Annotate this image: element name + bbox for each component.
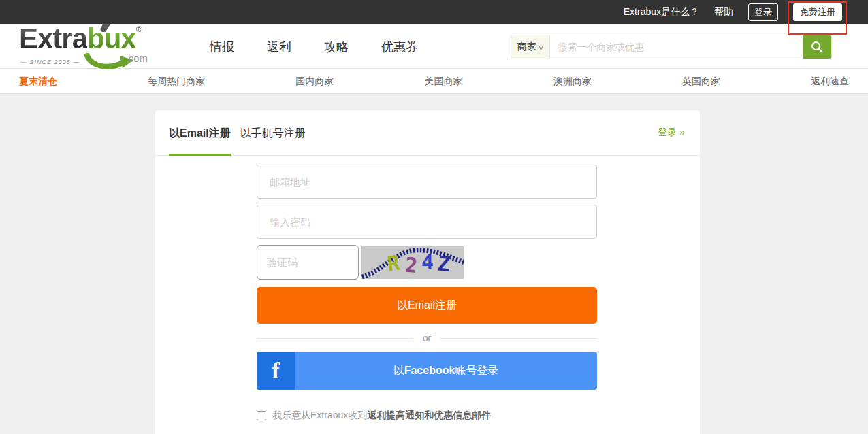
search-button[interactable] [803,35,831,59]
subnav-item-rebate-check[interactable]: 返利速查 [811,76,849,88]
subnav-item-us[interactable]: 美国商家 [424,76,462,88]
consent-row: 我乐意从Extrabux收到返利提高通知和优惠信息邮件 [257,410,597,422]
logo-dotcom: .com [125,52,148,64]
register-tabs: 以Email注册 以手机号注册 登录 » [155,110,700,156]
or-divider: or [257,333,597,344]
nav-item-fanli[interactable]: 返利 [267,39,291,55]
help-link[interactable]: 帮助 [714,6,733,18]
register-form: R 2 4 Z 以Email注册 or f 以Facebook账号登录 我乐意从… [257,156,597,422]
subnav: 夏末清仓 每周热门商家 国内商家 美国商家 澳洲商家 英国商家 返利速查 [0,69,868,94]
main-nav: 情报 返利 攻略 优惠券 [210,24,418,69]
captcha-image[interactable]: R 2 4 Z [361,246,464,279]
subnav-item-au[interactable]: 澳洲商家 [553,76,592,88]
magnifier-icon [810,40,824,54]
facebook-icon: f [257,352,295,390]
nav-item-youhuiquan[interactable]: 优惠券 [381,39,418,55]
nav-item-gonglue[interactable]: 攻略 [324,39,349,55]
search-input[interactable] [550,35,803,59]
email-field[interactable] [257,165,597,199]
svg-text:2: 2 [404,253,419,278]
login-button[interactable]: 登录 [748,3,778,21]
email-register-submit-button[interactable]: 以Email注册 [257,287,597,324]
captcha-field[interactable] [257,245,359,280]
register-button[interactable]: 免费注册 [793,3,842,21]
chevron-down-icon: ∨ [537,44,544,51]
login-link[interactable]: 登录 » [658,127,685,139]
search-category-dropdown[interactable]: 商家 ∨ [511,35,550,59]
tab-phone-register[interactable]: 以手机号注册 [240,110,306,156]
search-bar: 商家 ∨ [511,35,832,59]
password-field[interactable] [257,205,597,239]
svg-text:Z: Z [436,251,451,276]
subnav-item-domestic[interactable]: 国内商家 [295,76,334,88]
header: Extrabux® .com — SINCE 2006 — 情报 返利 攻略 优… [0,24,868,69]
logo-since: — SINCE 2006 — [20,59,80,65]
facebook-login-button[interactable]: f 以Facebook账号登录 [257,352,597,390]
consent-checkbox[interactable] [257,411,266,420]
facebook-login-label: 以Facebook账号登录 [295,352,597,390]
svg-text:4: 4 [421,250,434,274]
subnav-item-uk[interactable]: 英国商家 [682,76,720,88]
register-card: 以Email注册 以手机号注册 登录 » R 2 4 Z 以Email注册 or… [155,110,700,434]
what-is-extrabux-link[interactable]: Extrabux是什么？ [624,6,699,18]
captcha-row: R 2 4 Z [257,245,597,280]
topbar: Extrabux是什么？ 帮助 登录 免费注册 [0,0,868,24]
registered-mark: ® [136,24,142,34]
tab-email-register[interactable]: 以Email注册 [169,110,231,156]
or-label: or [413,333,440,344]
consent-label: 我乐意从Extrabux收到返利提高通知和优惠信息邮件 [272,410,491,422]
subnav-item-weekly-hot[interactable]: 每周热门商家 [148,76,205,88]
subnav-item-clearance[interactable]: 夏末清仓 [19,76,57,88]
nav-item-qingbao[interactable]: 情报 [210,39,234,55]
